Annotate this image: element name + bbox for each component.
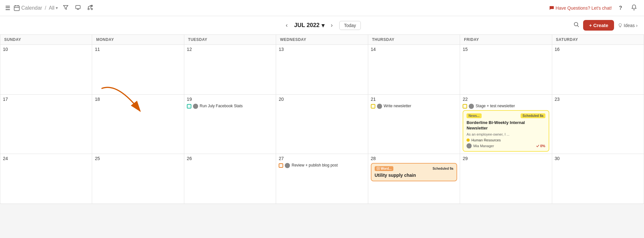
day-16[interactable]: 16	[552, 45, 644, 95]
svg-line-12	[577, 25, 579, 27]
day-header-thursday: THURSDAY	[368, 35, 460, 45]
word-title: Utility supply chain	[375, 172, 453, 178]
ideas-button[interactable]: Ideas ›	[618, 23, 638, 28]
word-label: Word...	[375, 166, 394, 171]
day-18[interactable]: 18	[92, 95, 184, 154]
day-26[interactable]: 26	[184, 154, 276, 204]
prev-month-button[interactable]: ‹	[283, 21, 290, 30]
doc-icon	[377, 167, 380, 170]
task-review-publish[interactable]: Review + publish blog post	[279, 163, 365, 168]
svg-rect-0	[14, 6, 19, 11]
day-28[interactable]: 28 Word... Scheduled 9a Utility supply c…	[368, 154, 460, 204]
news-label: News...	[466, 113, 481, 118]
svg-rect-5	[76, 5, 80, 9]
svg-point-11	[574, 23, 578, 26]
svg-rect-21	[377, 167, 380, 170]
task-checkbox[interactable]	[279, 163, 283, 168]
task-run-july[interactable]: Run July Facebook Stats	[187, 104, 273, 109]
task-avatar	[193, 104, 198, 109]
search-icon	[573, 22, 579, 27]
newsletter-desc: As an employee-owner, I ...	[466, 132, 545, 136]
filter-button[interactable]	[61, 4, 70, 13]
task-stage-newsletter[interactable]: Stage + test newsletter	[463, 104, 549, 109]
task-avatar	[469, 104, 474, 109]
task-checkbox[interactable]	[187, 104, 191, 109]
day-20[interactable]: 20	[276, 95, 368, 154]
day-14[interactable]: 14	[368, 45, 460, 95]
bell-icon	[631, 5, 637, 10]
share-icon	[88, 5, 93, 10]
day-27[interactable]: 27 Review + publish blog post	[276, 154, 368, 204]
svg-point-19	[468, 144, 470, 146]
svg-point-17	[378, 105, 380, 107]
monitor-button[interactable]	[73, 4, 82, 13]
calendar-navigation: ‹ JUL 2022 ▾ › Today	[283, 21, 361, 30]
filter-icon	[63, 5, 68, 10]
scheduled-badge: Scheduled 8a	[521, 113, 545, 118]
task-text: Run July Facebook Stats	[200, 104, 243, 109]
svg-rect-10	[91, 8, 92, 10]
monitor-icon	[75, 5, 81, 10]
help-chat-link[interactable]: Have Questions? Let's chat!	[549, 5, 612, 11]
newsletter-title: Borderline Bi-Weekly Internal Newsletter	[466, 120, 545, 131]
app-title: Calendar / All ▾	[14, 5, 58, 11]
svg-point-20	[286, 164, 289, 166]
day-23[interactable]: 23	[552, 95, 644, 154]
assignee-avatar	[466, 143, 472, 148]
task-text: Review + publish blog post	[292, 163, 338, 168]
day-17[interactable]: 17	[0, 95, 92, 154]
day-11[interactable]: 11	[92, 45, 184, 95]
ideas-next-icon: ›	[636, 23, 638, 28]
task-avatar	[285, 163, 290, 168]
svg-point-16	[194, 105, 197, 107]
tag-dot	[466, 138, 470, 142]
day-header-saturday: SATURDAY	[552, 35, 644, 45]
day-header-sunday: SUNDAY	[0, 35, 92, 45]
day-25[interactable]: 25	[92, 154, 184, 204]
day-header-monday: MONDAY	[92, 35, 184, 45]
hamburger-menu[interactable]: ☰	[5, 5, 10, 12]
newsletter-card[interactable]: News... Scheduled 8a Borderline Bi-Weekl…	[463, 110, 549, 152]
month-picker[interactable]: JUL 2022 ▾	[294, 22, 324, 29]
task-write-newsletter[interactable]: Write newsletter	[371, 104, 457, 109]
checkmark-icon	[536, 144, 539, 148]
day-15[interactable]: 15	[460, 45, 552, 95]
notifications-button[interactable]	[629, 3, 639, 13]
calendar-icon	[14, 5, 20, 11]
next-month-button[interactable]: ›	[328, 21, 335, 30]
today-button[interactable]: Today	[339, 21, 361, 30]
newsletter-assignee: Mia Manager	[466, 143, 494, 148]
lightbulb-icon	[618, 23, 622, 28]
create-button[interactable]: + Create	[583, 20, 614, 31]
svg-rect-8	[88, 8, 89, 10]
title-text: Calendar	[21, 5, 42, 11]
day-29[interactable]: 29	[460, 154, 552, 204]
help-button[interactable]: ?	[617, 4, 624, 12]
task-checkbox[interactable]	[463, 104, 467, 109]
search-button[interactable]	[573, 22, 579, 29]
newsletter-tag: Human Resources	[466, 138, 545, 142]
svg-marker-4	[63, 5, 68, 9]
share-button[interactable]	[86, 4, 95, 13]
chat-icon	[549, 5, 554, 11]
word-card[interactable]: Word... Scheduled 9a Utility supply chai…	[371, 163, 457, 181]
day-10[interactable]: 10	[0, 45, 92, 95]
day-21[interactable]: 21 Write newsletter	[368, 95, 460, 154]
day-header-friday: FRIDAY	[460, 35, 552, 45]
task-text: Stage + test newsletter	[476, 104, 515, 109]
task-avatar	[377, 104, 382, 109]
task-checkbox[interactable]	[371, 104, 375, 109]
ideas-label: Ideas	[624, 23, 635, 28]
svg-point-18	[470, 105, 473, 107]
day-header-wednesday: WEDNESDAY	[276, 35, 368, 45]
day-19[interactable]: 19 Run July Facebook Stats	[184, 95, 276, 154]
view-label[interactable]: All	[49, 5, 54, 11]
day-12[interactable]: 12	[184, 45, 276, 95]
day-13[interactable]: 13	[276, 45, 368, 95]
newsletter-progress: 0%	[536, 144, 545, 148]
day-24[interactable]: 24	[0, 154, 92, 204]
task-text: Write newsletter	[384, 104, 411, 109]
day-header-tuesday: TUESDAY	[184, 35, 276, 45]
day-22[interactable]: 22 Stage + test newsletter News... Sched…	[460, 95, 552, 154]
day-30[interactable]: 30	[552, 154, 644, 204]
